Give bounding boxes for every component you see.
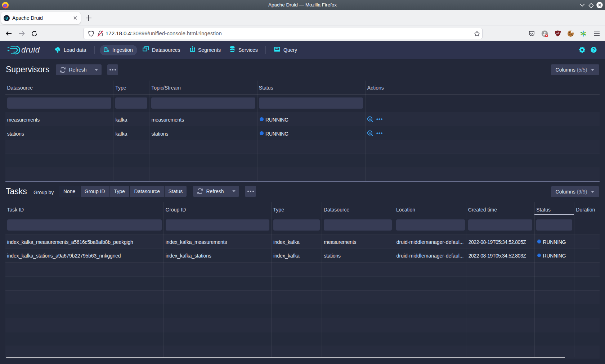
svg-text:?: ? (592, 47, 595, 53)
svg-text:uO: uO (556, 32, 559, 34)
